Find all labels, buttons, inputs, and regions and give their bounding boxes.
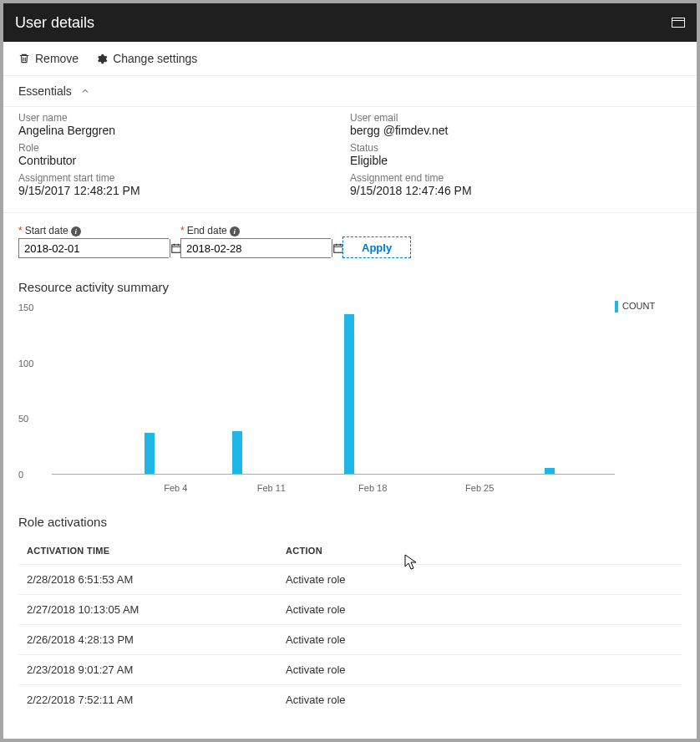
cell-activation-time: 2/26/2018 4:28:13 PM: [18, 633, 286, 646]
role-activations-title: Role activations: [3, 500, 697, 534]
user-name-value: Angelina Berggren: [18, 124, 350, 137]
essentials-toggle[interactable]: Essentials: [3, 76, 697, 107]
cell-activation-time: 2/28/2018 6:51:53 AM: [18, 573, 286, 586]
cell-action: Activate role: [286, 663, 682, 676]
activity-summary-title: Resource activity summary: [3, 265, 697, 299]
col-action: ACTION: [286, 546, 682, 556]
assignment-end-label: Assignment end time: [350, 172, 682, 184]
col-activation-time: ACTIVATION TIME: [18, 546, 286, 556]
essentials-label: Essentials: [18, 84, 72, 98]
table-row[interactable]: 2/22/2018 7:52:11 AMActivate role: [18, 684, 682, 714]
cell-activation-time: 2/22/2018 7:52:11 AM: [18, 694, 286, 706]
activity-chart: 050100150Feb 4Feb 11Feb 18Feb 25: [18, 299, 615, 500]
apply-button[interactable]: Apply: [342, 236, 411, 258]
table-row[interactable]: 2/27/2018 10:13:05 AMActivate role: [18, 594, 682, 624]
activations-table: ACTIVATION TIME ACTION 2/28/2018 6:51:53…: [3, 534, 697, 714]
svg-rect-1: [334, 245, 343, 252]
chart-ytick: 0: [18, 470, 23, 480]
status-label: Status: [350, 142, 682, 154]
chart-xtick: Feb 4: [164, 483, 187, 493]
end-date-input-wrap[interactable]: [180, 238, 331, 258]
chart-xtick: Feb 25: [465, 483, 494, 493]
chart-bar: [232, 431, 242, 474]
legend-label: COUNT: [622, 301, 655, 311]
cell-action: Activate role: [286, 573, 682, 586]
cell-action: Activate role: [286, 694, 682, 706]
chevron-up-icon: [80, 86, 90, 96]
legend-swatch: [615, 301, 618, 313]
start-date-label: Start date: [25, 225, 68, 236]
essentials-section: User nameAngelina Berggren RoleContribut…: [3, 107, 697, 213]
table-row[interactable]: 2/26/2018 4:28:13 PMActivate role: [18, 624, 682, 654]
cell-action: Activate role: [286, 633, 682, 646]
assignment-start-label: Assignment start time: [18, 172, 350, 184]
chart-legend: COUNT: [615, 299, 682, 500]
role-value: Contributor: [18, 154, 350, 167]
user-name-label: User name: [18, 112, 350, 124]
cell-action: Activate role: [286, 603, 682, 616]
table-row[interactable]: 2/23/2018 9:01:27 AMActivate role: [18, 654, 682, 684]
chart-ytick: 150: [18, 302, 33, 313]
chart-xtick: Feb 18: [358, 483, 387, 493]
cell-activation-time: 2/27/2018 10:13:05 AM: [18, 603, 286, 616]
user-email-value: bergg @fimdev.net: [350, 124, 682, 137]
chart-ytick: 50: [18, 414, 28, 424]
user-email-label: User email: [350, 112, 682, 124]
end-date-input[interactable]: [181, 239, 332, 257]
chart-ytick: 100: [18, 358, 33, 368]
chart-xtick: Feb 11: [257, 483, 286, 493]
gear-icon: [95, 53, 108, 65]
assignment-end-value: 9/15/2018 12:47:46 PM: [350, 184, 682, 197]
remove-label: Remove: [35, 52, 79, 65]
change-settings-label: Change settings: [113, 52, 197, 65]
chart-bar: [545, 468, 555, 474]
assignment-start-value: 9/15/2017 12:48:21 PM: [18, 184, 350, 197]
start-date-input[interactable]: [19, 239, 170, 257]
info-icon[interactable]: i: [230, 226, 240, 236]
trash-icon: [18, 53, 30, 64]
cell-activation-time: 2/23/2018 9:01:27 AM: [18, 663, 286, 676]
svg-rect-0: [172, 245, 181, 252]
table-row[interactable]: 2/28/2018 6:51:53 AMActivate role: [18, 564, 682, 594]
role-label: Role: [18, 142, 350, 154]
remove-button[interactable]: Remove: [18, 52, 79, 65]
status-value: Eligible: [350, 154, 682, 167]
chart-bar: [145, 433, 155, 474]
page-title: User details: [15, 14, 94, 32]
info-icon[interactable]: i: [71, 226, 81, 236]
change-settings-button[interactable]: Change settings: [95, 52, 197, 65]
chart-bar: [344, 314, 354, 474]
end-date-label: End date: [187, 225, 227, 236]
start-date-input-wrap[interactable]: [18, 238, 169, 258]
restore-window-icon[interactable]: [672, 18, 685, 28]
